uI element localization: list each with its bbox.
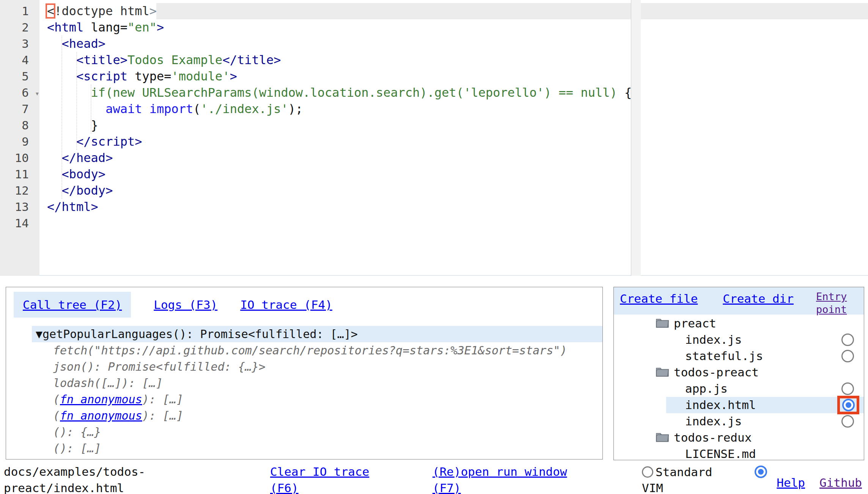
entry-point-radio[interactable] (841, 350, 854, 362)
file-row[interactable]: stateful.js (614, 348, 864, 364)
file-row[interactable]: index.js (614, 413, 864, 429)
code-token: > (157, 20, 164, 35)
code-token: lang (83, 20, 120, 35)
entry-point-radio[interactable] (841, 382, 854, 395)
code-token (47, 134, 76, 149)
code-token: <body> (62, 167, 106, 181)
code-line[interactable]: <body> (47, 166, 632, 182)
entry-point-radio[interactable] (841, 415, 854, 428)
code-line[interactable]: if(new URLSearchParams(window.location.s… (47, 85, 632, 101)
code-token: <title> (76, 53, 127, 67)
code-area[interactable]: <!doctype html><html lang="en"> <head> <… (47, 3, 632, 231)
code-token: = (164, 69, 171, 83)
code-line[interactable]: </html> (47, 199, 632, 215)
line-number: 10 (0, 150, 39, 166)
line-number: 6▾ (0, 85, 39, 101)
code-line[interactable]: </head> (47, 150, 632, 166)
folder-row[interactable]: todos-redux (614, 429, 864, 446)
folder-row[interactable]: todos-preact (614, 364, 864, 381)
calltree-row[interactable]: (): {…} (6, 424, 602, 440)
file-name: index.js (685, 414, 742, 428)
tab-io-trace[interactable]: IO trace (F4) (240, 292, 332, 318)
fn-anonymous-link[interactable]: fn anonymous (60, 393, 142, 406)
entry-point-radio[interactable] (841, 334, 854, 346)
folder-icon (656, 367, 669, 378)
line-number: 3 (0, 36, 39, 52)
line-number: 14 (0, 215, 39, 231)
file-tree: preactindex.jsstateful.jstodos-preactapp… (614, 315, 864, 460)
fn-anonymous-link[interactable]: fn anonymous (60, 409, 142, 422)
code-editor[interactable]: 123456▾7891011121314 <!doctype html><htm… (0, 0, 868, 276)
keymap-switcher: Standard VIM (642, 461, 767, 494)
folder-name: todos-redux (674, 431, 752, 444)
fn-anonymous-link[interactable]: fn anonymous (60, 458, 142, 459)
code-token: await (105, 102, 142, 116)
entry-point-link[interactable]: Entry point (816, 290, 859, 316)
code-token: </body> (62, 183, 113, 198)
reopen-run-window-link[interactable]: (Re)open run window (F7) (432, 464, 596, 494)
code-line[interactable]: await import('./index.js'); (47, 101, 632, 117)
code-token: </html> (47, 200, 98, 214)
fold-marker-icon[interactable]: ▾ (35, 85, 39, 102)
file-row[interactable]: app.js (614, 381, 864, 397)
files-panel: Create file Create dir Entry point preac… (613, 287, 864, 460)
calltree-row[interactable]: (fn anonymous): […] (6, 391, 602, 407)
calltree-tabs: Call tree (F2) Logs (F3) IO trace (F4) (6, 287, 602, 318)
code-token: > (149, 4, 157, 18)
line-number: 2 (0, 19, 39, 36)
calltree-row[interactable]: (): […] (6, 440, 602, 456)
code-token: './index.js' (201, 102, 288, 116)
code-token (47, 183, 62, 198)
entry-point-marker (837, 396, 859, 414)
line-number: 9 (0, 134, 39, 150)
radio-dot (758, 469, 764, 475)
standard-keymap-label: Standard (656, 465, 712, 479)
code-token: { (624, 85, 632, 100)
code-token: ( (193, 102, 200, 116)
code-line[interactable]: <title>Todos Example</title> (47, 52, 632, 68)
code-line[interactable]: </body> (47, 182, 632, 199)
file-row[interactable]: LICENSE.md (614, 446, 864, 460)
code-line[interactable]: <script type='module'> (47, 68, 632, 85)
github-link[interactable]: Github (819, 476, 862, 489)
code-line[interactable] (47, 215, 632, 231)
code-token (47, 85, 91, 100)
code-token: </head> (62, 151, 113, 165)
code-line[interactable]: <!doctype html> (47, 3, 632, 19)
file-name: index.html (685, 398, 756, 412)
code-token (47, 102, 105, 116)
calltree-row[interactable]: json(): Promise<fulfilled: {…}> (6, 359, 602, 375)
code-token: if(new URLSearchParams(window.location.s… (91, 85, 624, 100)
folder-row[interactable]: preact (614, 315, 864, 332)
file-row[interactable]: index.html (666, 397, 864, 413)
tab-logs[interactable]: Logs (F3) (154, 292, 217, 318)
line-number: 12 (0, 182, 39, 199)
code-token: Todos Example (127, 53, 222, 67)
standard-keymap-radio[interactable] (642, 466, 653, 478)
current-file-path: docs/examples/todos-preact/index.html (4, 464, 145, 494)
code-line[interactable]: <head> (47, 36, 632, 52)
line-number: 1 (0, 3, 39, 19)
calltree-row[interactable]: (fn anonymous): […] (6, 407, 602, 424)
code-line[interactable]: } (47, 117, 632, 134)
clear-io-trace-link[interactable]: Clear IO trace (F6) (270, 464, 401, 494)
calltree-row[interactable]: lodash([…]): […] (6, 375, 602, 391)
help-link[interactable]: Help (777, 476, 805, 489)
calltree-row[interactable]: (fn anonymous): […] (6, 456, 602, 459)
create-file-link[interactable]: Create file (620, 292, 698, 305)
create-dir-link[interactable]: Create dir (723, 292, 794, 305)
calltree-rows: ▼getPopularLanguages(): Promise<fulfille… (6, 326, 602, 459)
folder-icon (656, 432, 669, 443)
file-row[interactable]: index.js (614, 332, 864, 348)
vim-keymap-radio[interactable] (755, 466, 767, 478)
code-line[interactable]: </script> (47, 134, 632, 150)
code-token (47, 36, 62, 51)
code-token: ); (288, 102, 303, 116)
code-line[interactable]: <html lang="en"> (47, 19, 632, 36)
code-token: <head> (62, 36, 106, 51)
tab-call-tree[interactable]: Call tree (F2) (14, 292, 131, 318)
code-token: </script> (76, 134, 142, 149)
calltree-row[interactable]: ▼getPopularLanguages(): Promise<fulfille… (32, 326, 602, 342)
calltree-row[interactable]: fetch("https://api.github.com/search/rep… (6, 342, 602, 359)
file-name: stateful.js (685, 349, 763, 363)
